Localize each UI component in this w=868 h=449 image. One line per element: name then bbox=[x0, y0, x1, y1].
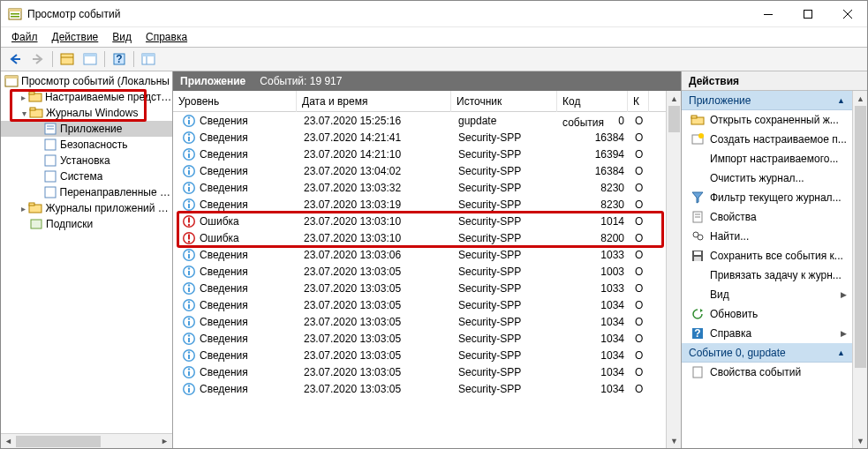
col-code[interactable]: Код события bbox=[557, 91, 628, 112]
tree-root[interactable]: Просмотр событий (Локальны bbox=[1, 73, 172, 89]
svg-rect-21 bbox=[29, 92, 34, 94]
scroll-left-icon[interactable]: ◄ bbox=[1, 434, 16, 449]
actions-section-event[interactable]: Событие 0, gupdate ▲ bbox=[682, 343, 852, 363]
subscriptions-icon bbox=[29, 217, 43, 231]
scroll-down-icon[interactable]: ▼ bbox=[667, 433, 681, 448]
svg-rect-12 bbox=[84, 54, 96, 56]
svg-rect-116 bbox=[693, 367, 702, 378]
action-event-properties[interactable]: Свойства событий bbox=[682, 363, 852, 382]
action-open-saved[interactable]: Открыть сохраненный ж... bbox=[682, 110, 852, 130]
action-save-all[interactable]: Сохранить все события к... bbox=[682, 246, 852, 266]
action-help[interactable]: ?Справка▶ bbox=[682, 324, 852, 343]
table-row[interactable]: Сведения23.07.2020 13:03:05Security-SPP1… bbox=[173, 280, 666, 296]
tree-subscriptions[interactable]: Подписки bbox=[1, 216, 172, 232]
eventviewer-icon bbox=[4, 74, 19, 88]
table-vscrollbar[interactable]: ▲ ▼ bbox=[666, 91, 681, 448]
action-filter-log[interactable]: Фильтр текущего журнал... bbox=[682, 188, 852, 207]
table-body[interactable]: Сведения23.07.2020 15:25:16gupdate0ОСвед… bbox=[173, 112, 666, 448]
scroll-right-icon[interactable]: ► bbox=[157, 434, 172, 449]
tree-system[interactable]: Система bbox=[1, 168, 172, 184]
open-folder-icon bbox=[691, 113, 705, 127]
nav-forward-button[interactable] bbox=[27, 49, 49, 69]
table-row[interactable]: Сведения23.07.2020 13:03:05Security-SPP1… bbox=[173, 363, 666, 380]
properties-icon bbox=[691, 365, 705, 379]
tree-apps-services[interactable]: ▸ Журналы приложений и сл bbox=[1, 200, 172, 216]
svg-rect-96 bbox=[188, 371, 190, 376]
actions-panel: Действия Приложение ▲ Открыть сохраненны… bbox=[682, 71, 867, 448]
collapse-icon: ▲ bbox=[837, 96, 845, 105]
actions-vscrollbar[interactable]: ▲ ▼ bbox=[852, 91, 867, 448]
action-attach-task[interactable]: Привязать задачу к журн... bbox=[682, 266, 852, 285]
col-source[interactable]: Источник bbox=[451, 91, 557, 112]
log-icon bbox=[43, 138, 57, 152]
table-row[interactable]: Сведения23.07.2020 14:21:10Security-SPP1… bbox=[173, 146, 666, 162]
table-row[interactable]: Сведения23.07.2020 14:21:41Security-SPP1… bbox=[173, 129, 666, 146]
table-row[interactable]: Сведения23.07.2020 15:25:16gupdate0О bbox=[173, 112, 666, 129]
table-row[interactable]: Ошибка23.07.2020 13:03:10Security-SPP820… bbox=[173, 229, 666, 246]
table-row[interactable]: Сведения23.07.2020 13:03:05Security-SPP1… bbox=[173, 380, 666, 397]
table-row[interactable]: Сведения23.07.2020 13:03:06Security-SPP1… bbox=[173, 246, 666, 263]
close-button[interactable] bbox=[827, 1, 867, 27]
action-create-custom[interactable]: Создать настраиваемое п... bbox=[682, 130, 852, 149]
table-header: Уровень Дата и время Источник Код событи… bbox=[173, 91, 666, 112]
event-count: Событий: 19 917 bbox=[260, 75, 342, 87]
tree[interactable]: Просмотр событий (Локальны ▸ Настраиваем… bbox=[1, 71, 172, 433]
col-date[interactable]: Дата и время bbox=[297, 91, 451, 112]
help-button[interactable]: ? bbox=[109, 49, 130, 69]
scroll-up-icon[interactable]: ▲ bbox=[667, 91, 681, 106]
menu-file[interactable]: Файл bbox=[6, 29, 43, 45]
action-properties[interactable]: Свойства bbox=[682, 207, 852, 227]
tree-hscrollbar[interactable]: ◄ ► bbox=[1, 433, 172, 448]
show-hide-tree-button[interactable] bbox=[57, 49, 78, 69]
save-icon bbox=[691, 249, 705, 263]
tree-setup[interactable]: Установка bbox=[1, 153, 172, 168]
main-area: Просмотр событий (Локальны ▸ Настраиваем… bbox=[1, 71, 867, 448]
error-icon bbox=[182, 214, 196, 228]
help-icon: ? bbox=[691, 326, 705, 340]
action-find[interactable]: Найти... bbox=[682, 227, 852, 246]
chevron-right-icon: ▸ bbox=[19, 204, 28, 213]
tree-security[interactable]: Безопасность bbox=[1, 137, 172, 153]
menu-action[interactable]: Действие bbox=[47, 29, 104, 45]
panel-layout-button[interactable] bbox=[138, 49, 159, 69]
table-row[interactable]: Сведения23.07.2020 13:03:05Security-SPP1… bbox=[173, 296, 666, 313]
scroll-up-icon[interactable]: ▲ bbox=[853, 91, 867, 106]
tree-forwarded[interactable]: Перенаправленные соб bbox=[1, 184, 172, 200]
svg-rect-23 bbox=[30, 108, 35, 110]
table-row[interactable]: Ошибка23.07.2020 13:03:10Security-SPP101… bbox=[173, 213, 666, 229]
tree-custom-views[interactable]: ▸ Настраиваемые представле bbox=[1, 89, 172, 105]
tree-application[interactable]: Приложение bbox=[1, 121, 172, 137]
svg-point-49 bbox=[188, 167, 190, 168]
chevron-right-icon: ▶ bbox=[841, 290, 847, 299]
tree-windows-logs[interactable]: ▾ Журналы Windows bbox=[1, 105, 172, 121]
table-row[interactable]: Сведения23.07.2020 13:03:19Security-SPP8… bbox=[173, 196, 666, 213]
titlebar: Просмотр событий bbox=[1, 1, 867, 27]
svg-point-53 bbox=[188, 183, 190, 185]
action-import-custom[interactable]: Импорт настраиваемого... bbox=[682, 149, 852, 168]
table-row[interactable]: Сведения23.07.2020 13:03:05Security-SPP1… bbox=[173, 263, 666, 280]
properties-button[interactable] bbox=[79, 49, 101, 69]
col-level[interactable]: Уровень bbox=[173, 91, 297, 112]
action-clear-log[interactable]: Очистить журнал... bbox=[682, 168, 852, 188]
action-view[interactable]: Вид▶ bbox=[682, 285, 852, 304]
col-k[interactable]: К bbox=[628, 91, 649, 112]
maximize-button[interactable] bbox=[788, 1, 827, 27]
svg-rect-92 bbox=[188, 355, 190, 359]
menu-view[interactable]: Вид bbox=[107, 29, 137, 45]
log-icon bbox=[43, 122, 57, 136]
table-row[interactable]: Сведения23.07.2020 13:03:05Security-SPP1… bbox=[173, 330, 666, 347]
svg-rect-2 bbox=[11, 13, 19, 15]
table-row[interactable]: Сведения23.07.2020 13:04:02Security-SPP1… bbox=[173, 162, 666, 179]
nav-back-button[interactable] bbox=[4, 49, 26, 69]
table-row[interactable]: Сведения23.07.2020 13:03:32Security-SPP8… bbox=[173, 179, 666, 196]
minimize-button[interactable] bbox=[748, 1, 788, 27]
table-row[interactable]: Сведения23.07.2020 13:03:05Security-SPP1… bbox=[173, 313, 666, 330]
scroll-down-icon[interactable]: ▼ bbox=[853, 433, 867, 448]
action-refresh[interactable]: Обновить bbox=[682, 304, 852, 324]
menu-help[interactable]: Справка bbox=[140, 29, 192, 45]
svg-rect-88 bbox=[188, 338, 190, 342]
table-row[interactable]: Сведения23.07.2020 13:03:05Security-SPP1… bbox=[173, 347, 666, 363]
actions-section-application[interactable]: Приложение ▲ bbox=[682, 91, 852, 110]
svg-rect-40 bbox=[188, 137, 190, 141]
svg-rect-56 bbox=[188, 204, 190, 208]
